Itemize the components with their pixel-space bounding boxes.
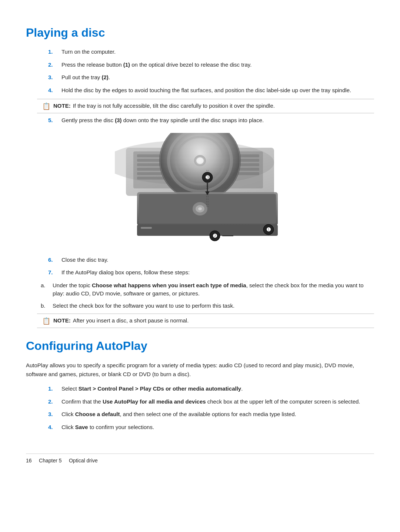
autoplay-step-2-num: 2. bbox=[48, 398, 59, 406]
step-3-num: 3. bbox=[48, 73, 59, 82]
playing-steps-list: 1. Turn on the computer. 2. Press the re… bbox=[48, 48, 374, 94]
step-4-num: 4. bbox=[48, 86, 59, 95]
note-1-label: NOTE:If the tray is not fully accessible… bbox=[53, 102, 275, 110]
substep-b-text: Select the check box for the software yo… bbox=[53, 302, 234, 310]
note-icon-2: 📋 bbox=[42, 317, 50, 325]
disc-illustration: ❶ ❷ ❸ bbox=[111, 133, 289, 248]
configuring-section: Configuring AutoPlay AutoPlay allows you… bbox=[26, 339, 374, 431]
autoplay-step-4-num: 4. bbox=[48, 423, 59, 432]
footer-chapter: Chapter 5 bbox=[39, 458, 61, 464]
svg-text:❶: ❶ bbox=[266, 227, 271, 232]
step-7-text: If the AutoPlay dialog box opens, follow… bbox=[61, 268, 190, 277]
step-2-num: 2. bbox=[48, 61, 59, 69]
step-2-text: Press the release button (1) on the opti… bbox=[61, 61, 251, 69]
step-7: 7. If the AutoPlay dialog box opens, fol… bbox=[48, 268, 374, 277]
substep-a: a. Under the topic Choose what happens w… bbox=[41, 281, 374, 298]
autoplay-steps-list: 1. Select Start > Control Panel > Play C… bbox=[48, 385, 374, 431]
playing-step5-list: 5. Gently press the disc (3) down onto t… bbox=[48, 116, 374, 125]
autoplay-step-2-text: Confirm that the Use AutoPlay for all me… bbox=[61, 398, 360, 406]
section-title-autoplay: Configuring AutoPlay bbox=[26, 339, 374, 353]
note-2-label: NOTE:After you insert a disc, a short pa… bbox=[53, 317, 189, 325]
playing-steps-6-7: 6. Close the disc tray. 7. If the AutoPl… bbox=[48, 256, 374, 277]
svg-point-19 bbox=[198, 207, 202, 210]
note-1-text: If the tray is not fully accessible, til… bbox=[73, 103, 275, 109]
step-5-text: Gently press the disc (3) down onto the … bbox=[61, 116, 264, 125]
step-3: 3. Pull out the tray (2). bbox=[48, 73, 374, 82]
substep-b: b. Select the check box for the software… bbox=[41, 302, 374, 310]
step-4: 4. Hold the disc by the edges to avoid t… bbox=[48, 86, 374, 95]
note-2-text: After you insert a disc, a short pause i… bbox=[73, 317, 189, 324]
step-2: 2. Press the release button (1) on the o… bbox=[48, 61, 374, 69]
substep-a-text: Under the topic Choose what happens when… bbox=[53, 281, 374, 298]
step-1-text: Turn on the computer. bbox=[61, 48, 116, 56]
autoplay-step-4: 4. Click Save to confirm your selections… bbox=[48, 423, 374, 432]
note-box-2: 📋 NOTE:After you insert a disc, a short … bbox=[37, 314, 374, 328]
autoplay-intro: AutoPlay allows you to specify a specifi… bbox=[26, 361, 374, 379]
step-7-num: 7. bbox=[48, 268, 59, 277]
autoplay-step-3: 3. Click Choose a default, and then sele… bbox=[48, 410, 374, 419]
section-title-playing: Playing a disc bbox=[26, 26, 374, 40]
step-6-text: Close the disc tray. bbox=[61, 256, 108, 264]
autoplay-step-2: 2. Confirm that the Use AutoPlay for all… bbox=[48, 398, 374, 406]
svg-rect-21 bbox=[141, 227, 152, 229]
step-4-text: Hold the disc by the edges to avoid touc… bbox=[61, 86, 351, 95]
svg-rect-20 bbox=[137, 225, 278, 236]
autoplay-step-3-num: 3. bbox=[48, 410, 59, 419]
autoplay-step-4-text: Click Save to confirm your selections. bbox=[61, 423, 154, 432]
autoplay-step-1-num: 1. bbox=[48, 385, 59, 393]
substeps-list: a. Under the topic Choose what happens w… bbox=[41, 281, 374, 310]
svg-text:❷: ❷ bbox=[213, 233, 217, 239]
step-3-text: Pull out the tray (2). bbox=[61, 73, 110, 82]
autoplay-step-1: 1. Select Start > Control Panel > Play C… bbox=[48, 385, 374, 393]
note-icon-1: 📋 bbox=[42, 102, 50, 110]
step-5-num: 5. bbox=[48, 116, 59, 125]
disc-svg: ❶ ❷ ❸ bbox=[115, 133, 285, 248]
substep-b-num: b. bbox=[41, 302, 50, 310]
note-box-1: 📋 NOTE:If the tray is not fully accessib… bbox=[37, 99, 374, 113]
autoplay-step-1-text: Select Start > Control Panel > Play CDs … bbox=[61, 385, 243, 393]
autoplay-step-3-text: Click Choose a default, and then select … bbox=[61, 410, 296, 419]
step-6-num: 6. bbox=[48, 256, 59, 264]
step-1-num: 1. bbox=[48, 48, 59, 56]
footer-page: 16 bbox=[26, 458, 32, 464]
svg-text:❸: ❸ bbox=[205, 174, 210, 180]
footer-section: Optical drive bbox=[69, 458, 98, 464]
step-6: 6. Close the disc tray. bbox=[48, 256, 374, 264]
footer: 16 Chapter 5 Optical drive bbox=[26, 454, 374, 464]
step-1: 1. Turn on the computer. bbox=[48, 48, 374, 56]
step-5: 5. Gently press the disc (3) down onto t… bbox=[48, 116, 374, 125]
svg-point-14 bbox=[196, 157, 204, 164]
substep-a-num: a. bbox=[41, 281, 50, 290]
